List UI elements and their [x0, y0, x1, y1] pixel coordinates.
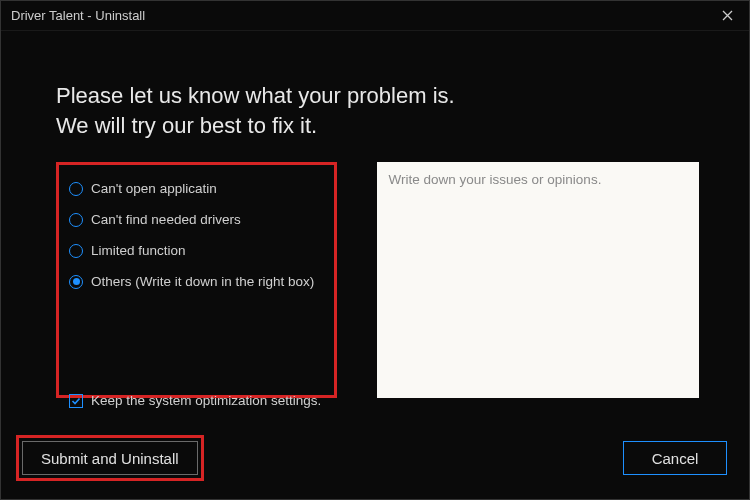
radio-icon	[69, 213, 83, 227]
heading: Please let us know what your problem is.…	[56, 81, 699, 140]
radio-label: Can't find needed drivers	[91, 212, 241, 227]
radio-others[interactable]: Others (Write it down in the right box)	[69, 266, 316, 297]
main-row: Can't open applicatin Can't find needed …	[56, 162, 699, 398]
radio-cant-find-drivers[interactable]: Can't find needed drivers	[69, 204, 316, 235]
radio-icon	[69, 275, 83, 289]
heading-line-1: Please let us know what your problem is.	[56, 81, 699, 111]
submit-uninstall-button[interactable]: Submit and Uninstall	[22, 441, 198, 475]
radio-icon	[69, 182, 83, 196]
heading-line-2: We will try our best to fix it.	[56, 111, 699, 141]
dialog-content: Please let us know what your problem is.…	[1, 31, 749, 499]
close-icon[interactable]	[717, 6, 737, 26]
radio-label: Can't open applicatin	[91, 181, 217, 196]
titlebar: Driver Talent - Uninstall	[1, 1, 749, 31]
feedback-textarea[interactable]	[377, 162, 699, 398]
radio-label: Limited function	[91, 243, 186, 258]
window-title: Driver Talent - Uninstall	[11, 8, 145, 23]
radio-icon	[69, 244, 83, 258]
checkbox-icon	[69, 394, 83, 408]
submit-highlight: Submit and Uninstall	[16, 435, 204, 481]
radio-label: Others (Write it down in the right box)	[91, 274, 314, 289]
radio-cant-open[interactable]: Can't open applicatin	[69, 173, 316, 204]
button-bar: Submit and Uninstall Cancel	[1, 435, 749, 481]
cancel-button[interactable]: Cancel	[623, 441, 727, 475]
checkbox-label: Keep the system optimization settings.	[91, 393, 321, 408]
radio-limited-function[interactable]: Limited function	[69, 235, 316, 266]
reason-options-group: Can't open applicatin Can't find needed …	[56, 162, 337, 398]
keep-settings-checkbox[interactable]: Keep the system optimization settings.	[69, 393, 321, 408]
